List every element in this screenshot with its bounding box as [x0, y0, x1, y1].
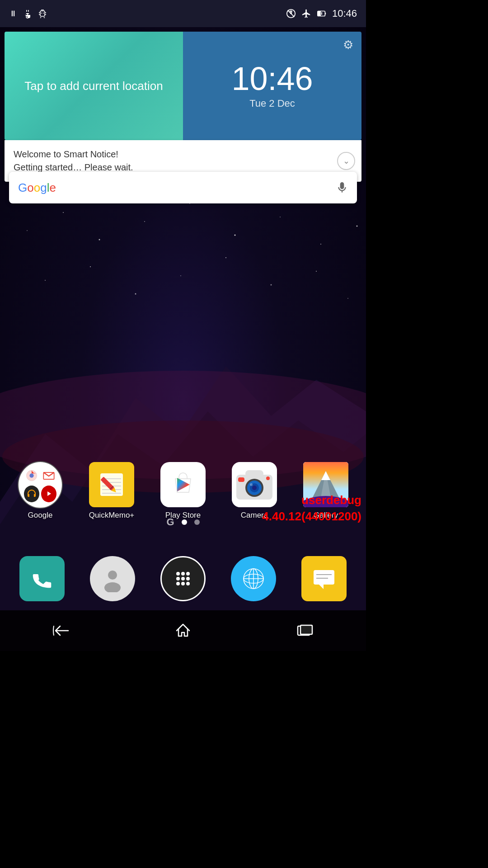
svg-point-105 — [186, 582, 190, 585]
widget-area: Tap to add current location ⚙ 10:46 Tue … — [0, 27, 366, 190]
svg-rect-118 — [300, 625, 312, 634]
svg-point-103 — [176, 582, 180, 585]
notification-line2: Getting started… Please wait. — [14, 162, 334, 173]
svg-point-51 — [271, 284, 272, 286]
dock-browser[interactable] — [231, 556, 276, 601]
status-bar: ⏸ — [0, 0, 366, 27]
page-dot-1[interactable] — [182, 519, 187, 525]
recents-button[interactable] — [287, 617, 323, 644]
svg-marker-63 — [47, 491, 51, 496]
status-time: 10:46 — [332, 8, 357, 19]
dock-messages[interactable] — [301, 556, 347, 601]
google-logo: Google — [18, 181, 336, 195]
widget-date: Tue 2 Dec — [249, 98, 295, 109]
svg-point-82 — [252, 486, 257, 490]
svg-point-45 — [357, 226, 358, 227]
svg-point-83 — [250, 483, 253, 486]
quickmemo-app-icon[interactable] — [89, 462, 134, 507]
app-google[interactable]: Google — [9, 462, 72, 520]
svg-point-39 — [99, 239, 100, 241]
debug-icon — [38, 9, 47, 18]
playstore-icon-graphic — [160, 462, 206, 507]
svg-point-52 — [316, 271, 317, 272]
svg-point-38 — [63, 212, 64, 213]
svg-point-98 — [181, 572, 185, 576]
svg-point-104 — [181, 582, 185, 585]
status-icons-left: ⏸ — [9, 9, 47, 19]
camera-icon-graphic — [232, 462, 277, 507]
google-search-bar[interactable]: Google — [9, 172, 357, 203]
svg-point-43 — [280, 217, 281, 217]
chevron-down-icon: ⌄ — [343, 156, 350, 166]
settings-gear-icon[interactable]: ⚙ — [343, 38, 353, 52]
microphone-icon[interactable] — [336, 182, 348, 193]
widget-location-panel[interactable]: Tap to add current location — [5, 32, 183, 140]
home-button[interactable] — [165, 617, 201, 644]
svg-point-53 — [347, 298, 348, 299]
page-dot-2[interactable] — [194, 519, 200, 525]
svg-point-48 — [135, 293, 136, 295]
app-quickmemo[interactable]: QuickMemo+ — [80, 462, 143, 520]
battery-icon — [317, 9, 327, 19]
dock-launcher[interactable] — [160, 556, 206, 601]
widget-top: Tap to add current location ⚙ 10:46 Tue … — [5, 32, 361, 140]
svg-rect-84 — [238, 477, 244, 482]
svg-point-2 — [41, 13, 42, 14]
expand-button[interactable]: ⌄ — [337, 152, 355, 170]
svg-point-94 — [108, 571, 117, 580]
dock — [0, 552, 366, 606]
nav-bar — [0, 610, 366, 651]
svg-point-44 — [320, 244, 321, 245]
svg-point-50 — [225, 257, 226, 258]
svg-point-3 — [43, 13, 44, 14]
svg-point-60 — [26, 470, 37, 481]
camera-app-icon[interactable] — [232, 462, 277, 507]
dock-contacts[interactable] — [90, 556, 135, 601]
quickmemo-icon-graphic — [89, 462, 134, 507]
chrome-mini-icon — [24, 467, 39, 484]
pause-icon: ⏸ — [9, 9, 17, 19]
widget-time: 10:46 — [231, 62, 313, 95]
svg-rect-113 — [314, 570, 334, 585]
svg-point-40 — [144, 221, 145, 222]
status-icons-right: 10:46 — [286, 8, 357, 19]
svg-point-37 — [27, 230, 28, 231]
usb-icon — [23, 9, 32, 19]
music-mini-icon — [24, 486, 39, 502]
google-cluster-icon — [18, 461, 63, 509]
location-text: Tap to add current location — [24, 78, 163, 94]
svg-point-49 — [180, 275, 181, 276]
svg-point-42 — [235, 235, 236, 236]
svg-point-102 — [186, 577, 190, 580]
no-notify-icon — [286, 9, 296, 19]
svg-rect-8 — [318, 11, 320, 16]
google-page-indicator: G — [166, 516, 174, 528]
svg-point-47 — [90, 266, 91, 267]
google-app-icon[interactable] — [18, 462, 63, 507]
playstore-app-icon[interactable] — [160, 462, 206, 507]
svg-point-85 — [266, 476, 270, 480]
debug-text-1: userdebug — [301, 493, 361, 507]
youtube-mini-icon — [41, 486, 56, 502]
svg-point-100 — [176, 577, 180, 580]
svg-point-101 — [181, 577, 185, 580]
svg-rect-1 — [40, 11, 45, 16]
debug-text-2: 4.40.12(44001200) — [262, 509, 361, 524]
app-playstore[interactable]: Play Store — [151, 462, 215, 520]
svg-rect-78 — [245, 470, 263, 477]
airplane-icon — [301, 9, 311, 19]
smart-notice-widget[interactable]: Tap to add current location ⚙ 10:46 Tue … — [5, 32, 361, 185]
back-button[interactable] — [43, 617, 79, 644]
svg-point-97 — [176, 572, 180, 576]
gmail-mini-icon — [41, 467, 56, 484]
svg-point-99 — [186, 572, 190, 576]
notification-line1: Welcome to Smart Notice! — [14, 149, 334, 160]
dock-phone[interactable] — [19, 556, 65, 601]
svg-point-46 — [45, 280, 46, 281]
widget-datetime-panel: ⚙ 10:46 Tue 2 Dec — [183, 32, 361, 140]
